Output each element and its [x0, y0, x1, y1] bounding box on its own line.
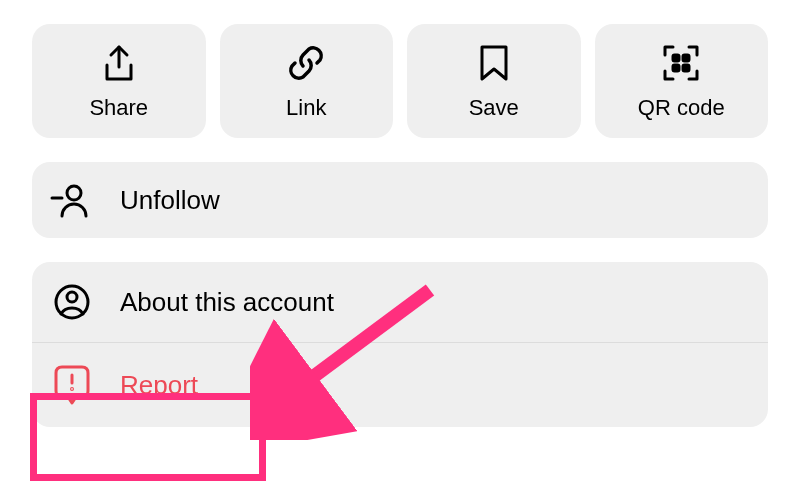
- qr-code-button[interactable]: QR code: [595, 24, 769, 138]
- unfollow-icon: [50, 182, 94, 218]
- unfollow-button[interactable]: Unfollow: [32, 162, 768, 238]
- svg-rect-1: [683, 55, 689, 61]
- actions-row: Share Link Save: [0, 0, 800, 138]
- save-button[interactable]: Save: [407, 24, 581, 138]
- about-account-label: About this account: [120, 287, 334, 318]
- report-label: Report: [120, 370, 198, 401]
- user-circle-icon: [50, 282, 94, 322]
- report-icon: [50, 363, 94, 407]
- svg-rect-3: [683, 65, 689, 71]
- save-label: Save: [469, 95, 519, 121]
- share-icon: [101, 41, 137, 85]
- unfollow-panel: Unfollow: [32, 162, 768, 238]
- svg-point-4: [67, 186, 81, 200]
- info-panel: About this account Report: [32, 262, 768, 427]
- link-icon: [286, 41, 326, 85]
- share-button[interactable]: Share: [32, 24, 206, 138]
- link-label: Link: [286, 95, 326, 121]
- svg-point-7: [67, 292, 77, 302]
- unfollow-label: Unfollow: [120, 185, 220, 216]
- share-label: Share: [89, 95, 148, 121]
- qr-code-label: QR code: [638, 95, 725, 121]
- svg-rect-0: [673, 55, 679, 61]
- about-account-button[interactable]: About this account: [32, 262, 768, 342]
- svg-rect-2: [673, 65, 679, 71]
- report-button[interactable]: Report: [32, 343, 768, 427]
- link-button[interactable]: Link: [220, 24, 394, 138]
- qr-code-icon: [661, 41, 701, 85]
- svg-point-9: [72, 389, 73, 390]
- bookmark-icon: [478, 41, 510, 85]
